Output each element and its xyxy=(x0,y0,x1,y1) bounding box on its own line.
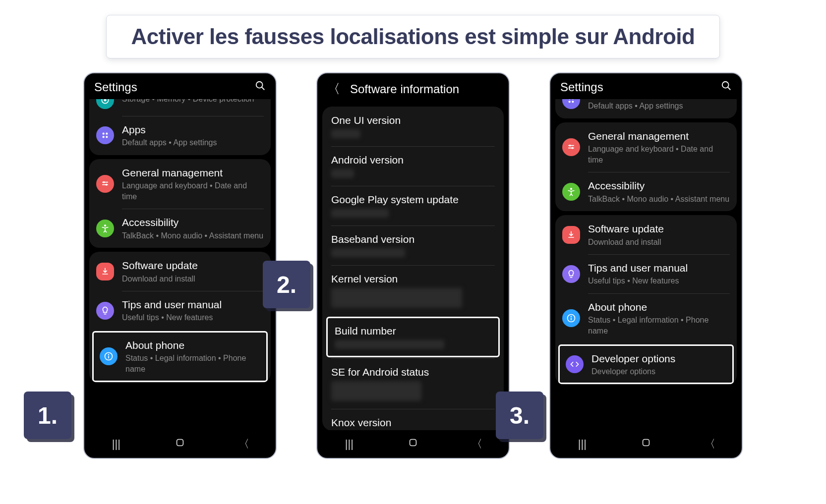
svg-point-12 xyxy=(104,224,106,226)
phone-header: Settings xyxy=(550,73,742,99)
settings-row-device-care[interactable]: Storage • Memory • Device protection xyxy=(89,99,271,116)
bulb-icon xyxy=(562,265,580,283)
svg-point-27 xyxy=(572,147,574,149)
android-navbar: ||| 〈 xyxy=(84,430,276,458)
svg-point-10 xyxy=(103,181,105,183)
sliders-icon xyxy=(562,138,580,156)
nav-home-icon[interactable] xyxy=(636,437,656,451)
info-icon xyxy=(562,309,580,327)
header-title: Settings xyxy=(94,80,255,94)
settings-row-developer-options[interactable]: Developer optionsDeveloper options xyxy=(558,344,734,385)
svg-point-18 xyxy=(722,82,729,88)
android-navbar: ||| 〈 xyxy=(317,430,509,458)
nav-back-icon[interactable]: 〈 xyxy=(700,437,720,451)
search-icon[interactable] xyxy=(721,80,732,94)
info-row-android-version[interactable]: Android version xyxy=(322,146,504,186)
info-row-build-number[interactable]: Build number xyxy=(326,317,500,357)
phone-3: Settings AppsDefault apps • App settings… xyxy=(549,72,743,459)
svg-point-21 xyxy=(572,99,574,100)
phone-1: Settings Storage • Memory • Device prote… xyxy=(83,72,277,459)
settings-row-accessibility[interactable]: AccessibilityTalkBack • Mono audio • Ass… xyxy=(555,172,737,211)
step-badge-3: 3. xyxy=(496,392,543,439)
info-icon xyxy=(100,347,118,365)
settings-row-accessibility[interactable]: AccessibilityTalkBack • Mono audio • Ass… xyxy=(89,209,271,248)
svg-point-30 xyxy=(571,316,572,318)
svg-rect-15 xyxy=(108,356,109,358)
svg-point-14 xyxy=(108,354,110,356)
accessibility-icon xyxy=(96,220,114,237)
svg-point-4 xyxy=(103,133,105,135)
phone-header: Settings xyxy=(84,73,276,99)
svg-line-1 xyxy=(262,87,265,90)
step-badge-1: 1. xyxy=(24,392,71,439)
info-row-knox[interactable]: Knox version xyxy=(322,409,504,430)
svg-point-6 xyxy=(103,136,105,138)
nav-recent-icon[interactable]: ||| xyxy=(339,438,359,450)
svg-point-7 xyxy=(106,136,108,138)
svg-point-28 xyxy=(570,188,572,190)
nav-home-icon[interactable] xyxy=(170,437,190,451)
download-icon xyxy=(96,263,114,280)
phone-header: 〈 Software information xyxy=(317,73,509,103)
info-row-google-play-update[interactable]: Google Play system update xyxy=(322,186,504,225)
settings-row-general-management[interactable]: General managementLanguage and keyboard … xyxy=(89,159,271,209)
svg-rect-16 xyxy=(177,440,183,446)
svg-point-0 xyxy=(256,82,263,88)
settings-row-apps[interactable]: AppsDefault apps • App settings xyxy=(89,116,271,155)
settings-row-about-phone[interactable]: About phoneStatus • Legal information • … xyxy=(92,331,268,382)
search-icon[interactable] xyxy=(255,80,266,94)
svg-point-3 xyxy=(104,99,107,102)
sliders-icon xyxy=(96,175,114,193)
settings-row-tips[interactable]: Tips and user manualUseful tips • New fe… xyxy=(555,254,737,293)
svg-point-22 xyxy=(569,101,571,103)
settings-row-about-phone[interactable]: About phoneStatus • Legal information • … xyxy=(555,293,737,343)
nav-recent-icon[interactable]: ||| xyxy=(106,438,126,450)
header-title: Software information xyxy=(350,82,499,96)
info-row-se-android[interactable]: SE for Android status xyxy=(322,358,504,409)
svg-rect-32 xyxy=(643,440,649,446)
nav-home-icon[interactable] xyxy=(403,437,423,451)
svg-line-19 xyxy=(728,87,731,90)
nav-back-icon[interactable]: 〈 xyxy=(234,437,254,451)
grid-icon xyxy=(562,99,580,109)
accessibility-icon xyxy=(562,183,580,201)
page-title: Activer les fausses localisations est si… xyxy=(106,15,720,58)
svg-point-23 xyxy=(572,101,574,103)
svg-point-26 xyxy=(569,145,571,147)
nav-back-icon[interactable]: 〈 xyxy=(467,437,487,451)
svg-point-11 xyxy=(106,184,108,186)
settings-row-software-update[interactable]: Software updateDownload and install xyxy=(555,215,737,254)
svg-rect-17 xyxy=(410,440,416,446)
bulb-icon xyxy=(96,302,114,320)
settings-row-general-management[interactable]: General managementLanguage and keyboard … xyxy=(555,122,737,172)
svg-point-20 xyxy=(569,99,571,100)
info-row-one-ui[interactable]: One UI version xyxy=(322,107,504,146)
settings-row-software-update[interactable]: Software updateDownload and install xyxy=(89,252,271,291)
target-icon xyxy=(96,99,114,109)
settings-row-tips[interactable]: Tips and user manualUseful tips • New fe… xyxy=(89,291,271,330)
info-row-kernel[interactable]: Kernel version xyxy=(322,265,504,316)
download-icon xyxy=(562,226,580,244)
info-row-baseband[interactable]: Baseband version xyxy=(322,225,504,265)
settings-row-apps[interactable]: AppsDefault apps • App settings xyxy=(555,99,737,118)
phone-2: 〈 Software information One UI version An… xyxy=(316,72,510,459)
android-navbar: ||| 〈 xyxy=(550,430,742,458)
code-icon xyxy=(566,355,584,373)
grid-icon xyxy=(96,126,114,144)
header-title: Settings xyxy=(560,80,721,94)
back-icon[interactable]: 〈 xyxy=(327,80,340,98)
svg-point-5 xyxy=(106,133,108,135)
nav-recent-icon[interactable]: ||| xyxy=(572,438,592,450)
step-badge-2: 2. xyxy=(263,261,310,308)
svg-rect-31 xyxy=(571,318,572,320)
